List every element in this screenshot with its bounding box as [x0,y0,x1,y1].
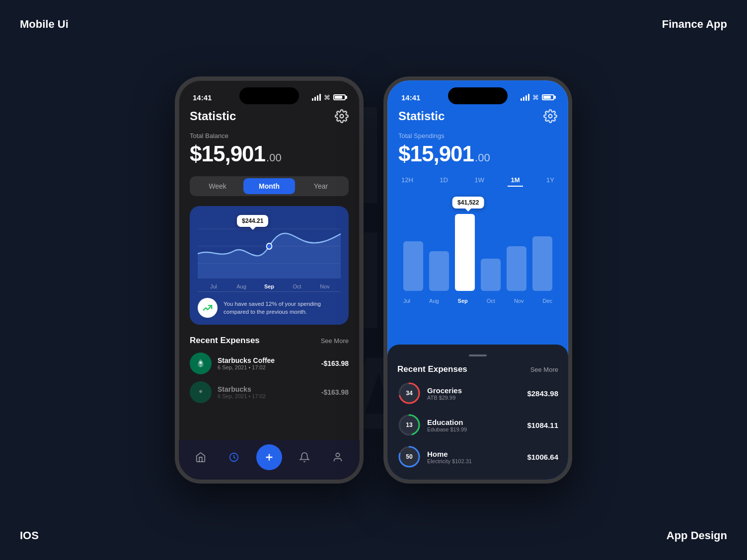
time-tab-1m[interactable]: 1M [508,174,523,187]
savings-text: You have saved 12% of your spending comp… [224,300,341,316]
period-selector: Week Month Year [190,176,349,196]
top-right-label: Finance App [662,18,727,31]
chart-month-jul: Jul [200,283,227,289]
svg-text:★: ★ [200,365,202,367]
chart-card: $244.21 Jul Aug Sep Oct [190,206,349,325]
expense-list-sub-home: Electricity $102.31 [427,458,521,464]
dark-balance-label: Total Balance [190,132,349,140]
bottom-right-label: App Design [667,529,727,542]
expense-list-name-groceries: Groceries [427,386,521,395]
expense-list-sub-groceries: ATB $29.99 [427,395,521,401]
time-tab-1y[interactable]: 1Y [543,174,557,187]
blue-recent-title: Recent Expenses [397,364,467,374]
signal-bar-r3 [525,95,527,101]
period-month-btn[interactable]: Month [243,178,295,194]
dark-see-more[interactable]: See More [321,337,349,345]
home-icon [195,452,206,463]
settings-icon-right[interactable] [543,109,557,123]
bar-label-nov: Nov [514,298,524,304]
expense-item-1: ★ Starbucks Coffee 6 Sep, 2021 • 17:02 -… [190,352,349,374]
clock-icon [228,452,239,463]
blue-phone-content: Statistic Total Spendings $15,901 .00 12… [387,109,568,482]
bar-dec [529,236,555,291]
settings-icon-left[interactable] [335,109,349,123]
circle-home: 50 [397,445,421,469]
dynamic-island-left [239,87,299,104]
chart-tooltip: $244.21 [237,215,268,227]
bell-icon [299,452,310,463]
dark-balance-decimal: .00 [266,151,282,164]
savings-icon-wrap [198,298,218,318]
bar-jul-bar [403,241,423,291]
expense-list-sub-education: Edubase $19.99 [427,426,521,432]
bar-sep-bar [455,214,475,291]
bar-label-jul: Jul [403,298,410,304]
circle-number-home: 50 [406,453,412,460]
bottom-left-label: IOS [20,529,39,542]
bar-label-sep: Sep [458,298,468,304]
nav-stats[interactable] [223,446,245,468]
signal-bar-3 [317,95,318,101]
wifi-icon-right: ⌘ [532,94,539,101]
trend-up-icon [202,302,213,313]
bar-aug [426,251,452,291]
circle-groceries: 34 [397,381,421,405]
person-icon [332,452,343,463]
period-year-btn[interactable]: Year [295,178,347,194]
signal-bars-right [521,94,529,101]
time-tab-1w[interactable]: 1W [471,174,487,187]
battery-left [333,94,346,100]
dynamic-island-right [448,87,508,104]
starbucks-logo-2 [190,381,212,403]
expense-info-1: Starbucks Coffee 6 Sep, 2021 • 17:02 [218,356,315,370]
signal-bar-r1 [521,98,522,101]
battery-right [542,94,554,100]
nav-home[interactable] [190,446,212,468]
circle-education: 13 [397,413,421,437]
expense-list-name-home: Home [427,450,521,458]
bar-label-dec: Dec [542,298,552,304]
blue-balance-amount: $15,901 .00 [398,141,557,166]
expense-education: 13 Education Edubase $19.99 $1084.11 [397,413,558,437]
signal-bar-r4 [528,94,529,101]
time-tab-12h[interactable]: 12H [398,174,416,187]
bar-oct-bar [481,259,501,291]
nav-bell[interactable] [294,446,315,468]
expense-item-2: Starbucks 6 Sep, 2021 • 17:02 -$163.98 [190,381,349,403]
expense-list-info-home: Home Electricity $102.31 [427,450,521,464]
dark-phone-content: Statistic Total Balance $15,901 .00 Week… [179,107,360,480]
dark-app-title: Statistic [190,109,236,123]
svg-point-9 [199,390,202,393]
bar-jul [400,241,426,291]
dark-recent-header: Recent Expenses See More [190,336,349,346]
expense-list-amount-education: $1084.11 [527,421,558,429]
nav-add[interactable] [256,444,282,470]
plus-icon [264,452,275,463]
bar-nov-bar [507,246,526,291]
chart-months: Jul Aug Sep Oct Nov [198,280,341,289]
expense-groceries: 34 Groceries ATB $29.99 $2843.98 [397,381,558,405]
wifi-icon-left: ⌘ [324,94,330,101]
bar-labels: Jul Aug Sep Oct Nov Dec [398,295,557,304]
chart-month-nov: Nov [311,283,339,289]
svg-point-4 [267,243,272,249]
status-time-left: 14:41 [193,93,212,102]
svg-point-13 [336,453,340,457]
starbucks-logo-1: ★ [190,352,212,374]
svg-point-0 [340,115,344,118]
nav-profile[interactable] [327,446,349,468]
signal-bar-2 [314,97,316,101]
blue-spendings-label: Total Spendings [398,132,557,140]
status-icons-right: ⌘ [521,94,554,101]
expense-date-1: 6 Sep, 2021 • 17:02 [218,364,315,370]
time-tab-1d[interactable]: 1D [437,174,451,187]
blue-recent-header: Recent Expenses See More [397,364,558,374]
period-week-btn[interactable]: Week [192,178,243,194]
blue-see-more[interactable]: See More [530,366,558,373]
signal-bar-1 [312,98,313,101]
expense-list-info-education: Education Edubase $19.99 [427,418,521,432]
battery-fill-right [543,96,551,99]
top-left-label: Mobile Ui [20,18,69,31]
dark-phone: 14:41 ⌘ Statistic [175,76,364,484]
blue-balance-decimal: .00 [475,151,490,164]
